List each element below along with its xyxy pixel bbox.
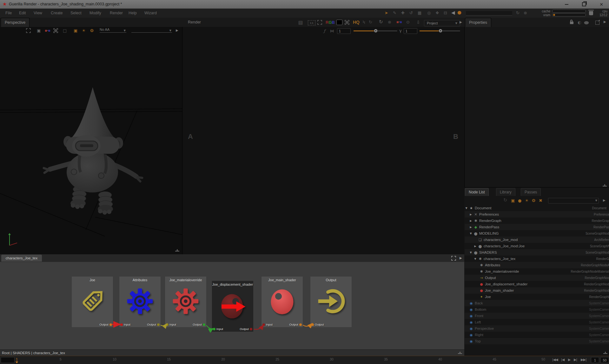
filter-camera-icon[interactable]: ❂ [532,198,535,203]
gamma-input[interactable]: 1 [404,28,417,34]
chevron-right-icon[interactable]: ▶ [469,219,473,222]
go-to-end-button[interactable]: ▶▶| [581,358,586,362]
frame-tick[interactable]: 50 [541,357,545,361]
tab-perspective[interactable]: Perspective [1,18,30,27]
render-toolbar-more-icon[interactable]: ▶ [460,21,462,24]
stereo-glasses-icon[interactable] [45,30,50,32]
inspect-eye-icon[interactable]: ⊙ [406,20,410,24]
render-refresh-icon[interactable]: ↻ [379,20,383,24]
snapshot-download-icon[interactable]: ⇩ [416,20,420,24]
graph-node-joe-displacement-shader[interactable]: Joe_displacement_shader Input Output [212,281,253,332]
tree-row-characters-joe-mod[interactable]: ❏characters_Joe_modArchReference [465,237,609,243]
restore-button[interactable] [579,2,589,7]
tab-render[interactable]: Render [184,18,205,27]
snap-tool-icon[interactable]: ❖ [435,11,439,15]
tree-row-rendergraph[interactable]: ▶✱RenderGraphRenderGraph [465,218,609,224]
cancel-circle-icon[interactable]: ⊗ [524,11,527,15]
rgb-channels-icon[interactable]: RGB [326,20,335,25]
chevron-right-icon[interactable]: ▶ [469,226,473,229]
tab-node-list[interactable]: Node List [465,188,489,196]
play-button[interactable]: ▶ [568,358,570,362]
light-sun-icon[interactable]: ☀ [82,29,86,33]
tree-row-camera-back[interactable]: ◉BackSystemCamera [465,300,609,306]
frame-tick[interactable]: 40 [438,357,442,361]
tree-row-attributes[interactable]: ✱AttributesRenderGraphNodeAttributes [465,262,609,268]
lock-icon[interactable] [570,22,573,24]
tree-row-joe-materialoverride[interactable]: ✱Joe_materialoverrideRenderGraphNodeMate… [465,268,609,275]
port-dot[interactable] [109,323,112,326]
fast-render-icon[interactable]: Ϟ [362,20,365,24]
toolbar-more-arrow-icon[interactable]: ▶ [176,29,178,32]
tab-characters-joe-tex[interactable]: characters_Joe_tex [1,255,42,262]
tree-row-renderpass[interactable]: ▶◆RenderPassRenderPass [465,224,609,230]
maximize-view-icon[interactable] [26,28,31,33]
port-dot[interactable] [120,323,123,326]
current-frame-marker[interactable] [16,361,18,363]
half-circle-icon[interactable]: ◐ [578,20,581,24]
current-frame-input[interactable] [1,357,15,363]
port-dot[interactable] [311,323,314,326]
graph-more-arrow-icon[interactable]: ▶ [460,257,462,260]
menu-select[interactable]: Select [70,11,82,15]
chevron-right-icon[interactable]: ▶ [473,245,477,248]
tree-row-shaders[interactable]: ▼●SHADERSSceneGraphNode [465,249,609,256]
sync-selection-icon[interactable]: ↻ [503,198,507,203]
output-port[interactable]: Output [240,327,252,331]
tree-row-camera-left[interactable]: ◉LeftSystemCamera [465,319,609,325]
fit-view-icon[interactable] [317,20,322,25]
select-cursor-icon[interactable]: ➤ [385,11,388,15]
tab-properties[interactable]: Properties [465,18,491,27]
step-forward-button[interactable]: ▶| [574,358,577,362]
refresh-icon[interactable]: ↻ [516,11,520,15]
graph-node-joe-materialoverride[interactable]: Joe_materialoverride Input Output [165,276,206,327]
ellipse-icon[interactable]: ● [584,20,589,24]
high-quality-toggle[interactable]: HQ [353,20,360,25]
tree-row-joe-tag[interactable]: ✦JoeRenderGraphNodeTag [465,294,609,300]
anaglyph-icon[interactable] [397,21,402,23]
tree-row-camera-top[interactable]: ◉TopSystemCamera [465,338,609,344]
port-dot[interactable] [250,328,252,330]
frame-tick[interactable]: 35 [384,357,388,361]
tree-row-joe-main-shader[interactable]: ●Joe_main_shaderRenderGraphNodeShader [465,287,609,294]
filter-shader-icon[interactable]: ● [518,198,521,203]
tree-row-preferences[interactable]: ▶✕PreferencesPreferences [465,211,609,218]
frame-tick[interactable]: 10 [113,357,116,361]
scale-tool-icon[interactable]: ▦ [418,11,421,15]
menu-modify[interactable]: Modify [89,11,101,15]
panel-expand-arrow-icon[interactable]: ▶ [604,20,606,23]
layout-split-icon[interactable]: ⊟ [444,11,447,15]
timeline[interactable] [0,356,609,364]
panel-divider[interactable] [464,187,609,188]
output-port[interactable]: Output [99,323,112,326]
port-dot[interactable] [299,323,302,326]
input-port[interactable]: Input [213,327,223,331]
graph-node-output[interactable]: Output Output [310,276,352,327]
minimize-button[interactable] [561,2,572,7]
frame-tick[interactable]: 5 [60,357,62,361]
input-port[interactable]: Input [262,323,273,326]
menu-file[interactable]: File [5,11,12,15]
graph-node-joe-tag[interactable]: Joe Output [72,276,113,327]
chevron-down-icon[interactable]: ▼ [465,207,468,210]
view-preset-dropdown[interactable]: ▼ [131,28,172,33]
port-dot[interactable] [157,323,160,326]
graph-maximize-icon[interactable] [451,256,456,261]
port-dot[interactable] [166,323,169,326]
frame-tick[interactable]: 15 [167,357,171,361]
viewport-collapse-icon[interactable]: ▴ [175,248,179,251]
zoom-1to1-icon[interactable]: 1:1 [308,20,315,25]
target-tool-icon[interactable]: ◎ [427,11,431,15]
perspective-viewport[interactable] [0,27,182,254]
port-dot[interactable] [213,328,215,330]
menu-view[interactable]: View [34,11,42,15]
tree-row-modeling[interactable]: ▼●MODELINGSceneGraphNode [465,230,609,237]
save-image-icon[interactable]: ▤ [298,20,303,25]
port-dot[interactable] [262,323,265,326]
frame-tick[interactable]: 20 [221,357,225,361]
chevron-down-icon[interactable]: ▼ [473,257,477,260]
wireframe-cube-icon[interactable]: □ [63,29,67,33]
shaded-cube-icon[interactable]: ▣ [37,29,41,33]
crop-region-icon[interactable] [345,20,349,25]
tab-passes[interactable]: Passes [521,188,541,196]
chevron-down-icon[interactable]: ▼ [469,232,473,235]
